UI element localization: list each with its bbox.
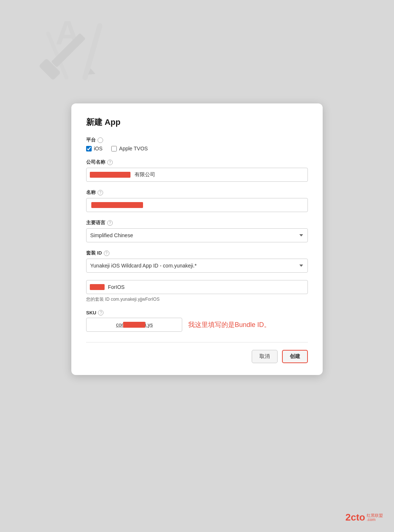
watermark-area: A	[0, 0, 394, 100]
dialog-title: 新建 App	[86, 117, 308, 128]
tvos-checkbox-label[interactable]: Apple TVOS	[111, 146, 148, 151]
sku-input-inner	[86, 318, 182, 332]
sku-input-wrapper	[86, 318, 182, 332]
forios-field-group: 您的套装 ID com.yunakeji.yjjwForIOS	[86, 280, 308, 303]
name-help-icon[interactable]: ?	[98, 190, 103, 195]
sku-help-icon[interactable]: ?	[98, 310, 103, 316]
language-select[interactable]: Simplified Chinese Traditional Chinese E…	[86, 228, 308, 242]
create-button[interactable]: 创建	[282, 350, 308, 363]
company-input[interactable]	[86, 168, 308, 182]
tvos-checkbox[interactable]	[111, 146, 117, 151]
company-field-group: 公司名称 ?	[86, 159, 308, 182]
brand-sub: 红黑联盟 .com	[367, 514, 383, 522]
sku-label: SKU ?	[86, 310, 308, 316]
dialog-footer: 取消 创建	[86, 350, 308, 363]
platform-help-icon[interactable]	[98, 137, 103, 143]
forios-input-wrapper	[86, 280, 308, 294]
platform-field-group: 平台 iOS Apple TVOS	[86, 137, 308, 151]
forios-input[interactable]	[86, 280, 308, 294]
sku-annotation: 我这里填写的是Bundle ID。	[188, 320, 271, 329]
sku-row: 我这里填写的是Bundle ID。	[86, 318, 308, 332]
bundle-id-field-group: 套装 ID ? Yunakeji iOS Wildcard App ID - c…	[86, 250, 308, 273]
name-label: 名称 ?	[86, 189, 308, 196]
ios-checkbox[interactable]	[86, 146, 92, 151]
name-input[interactable]	[86, 198, 308, 212]
company-label: 公司名称 ?	[86, 159, 308, 166]
name-field-group: 名称 ?	[86, 189, 308, 212]
sku-input[interactable]	[86, 318, 182, 332]
cancel-button[interactable]: 取消	[252, 350, 278, 363]
bundle-id-help-icon[interactable]: ?	[104, 250, 109, 256]
xcode-watermark-icon: A	[37, 15, 111, 89]
dialog-card: 新建 App 平台 iOS Apple TVOS 公司名称 ?	[71, 103, 323, 375]
ios-checkbox-label[interactable]: iOS	[86, 146, 102, 151]
brand-name: 2cto	[346, 512, 365, 523]
bundle-hint: 您的套装 ID com.yunakeji.yjjwForIOS	[86, 296, 308, 303]
company-help-icon[interactable]: ?	[107, 160, 113, 165]
brand-watermark: 2cto 红黑联盟 .com	[346, 512, 383, 523]
name-input-wrapper	[86, 198, 308, 212]
svg-text:A: A	[55, 15, 79, 51]
language-label: 主要语言 ?	[86, 219, 308, 226]
bundle-id-select[interactable]: Yunakeji iOS Wildcard App ID - com.yunak…	[86, 259, 308, 273]
platform-row: iOS Apple TVOS	[86, 146, 308, 151]
company-input-wrapper	[86, 168, 308, 182]
platform-label: 平台	[86, 137, 308, 143]
dialog-divider	[86, 342, 308, 342]
sku-field-group: SKU ? 我这里填写的是Bundle ID。	[86, 310, 308, 332]
language-field-group: 主要语言 ? Simplified Chinese Traditional Ch…	[86, 219, 308, 242]
bundle-id-label: 套装 ID ?	[86, 250, 308, 256]
svg-line-4	[85, 26, 100, 78]
language-help-icon[interactable]: ?	[107, 220, 113, 226]
